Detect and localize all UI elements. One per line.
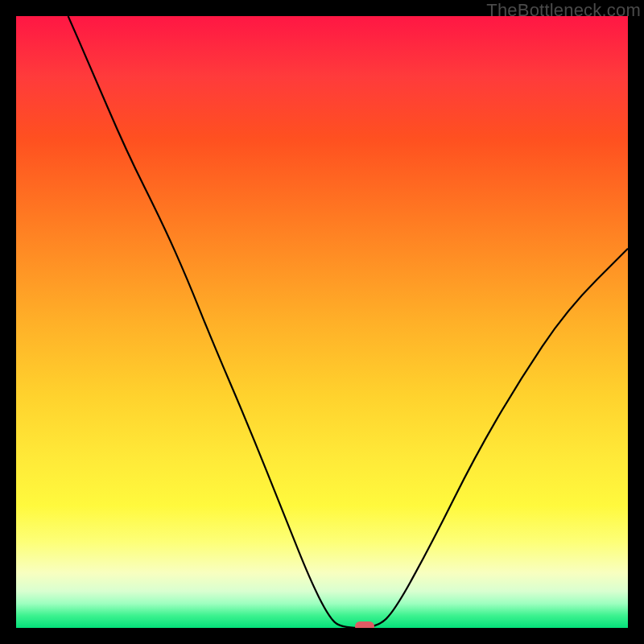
chart-frame: TheBottleneck.com xyxy=(0,0,644,644)
optimal-marker xyxy=(355,621,374,628)
watermark-text: TheBottleneck.com xyxy=(486,0,641,21)
bottleneck-curve xyxy=(16,16,628,628)
plot-area xyxy=(16,16,628,628)
